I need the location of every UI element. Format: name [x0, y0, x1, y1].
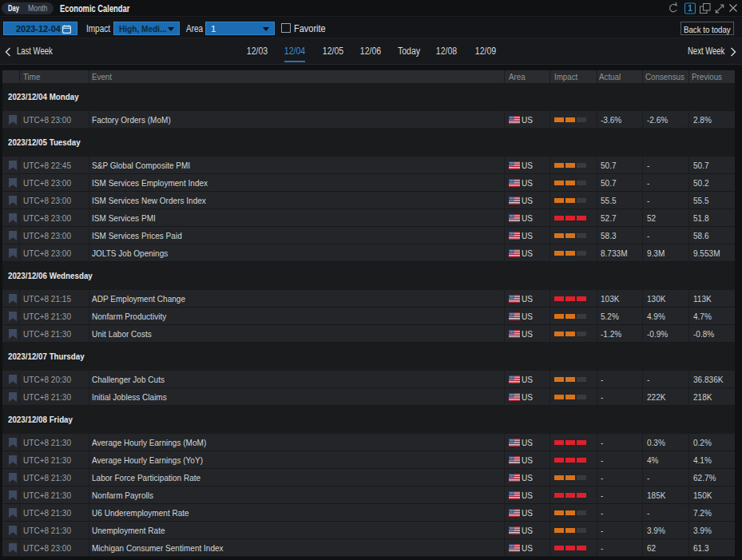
svg-text:1: 1: [688, 4, 692, 13]
